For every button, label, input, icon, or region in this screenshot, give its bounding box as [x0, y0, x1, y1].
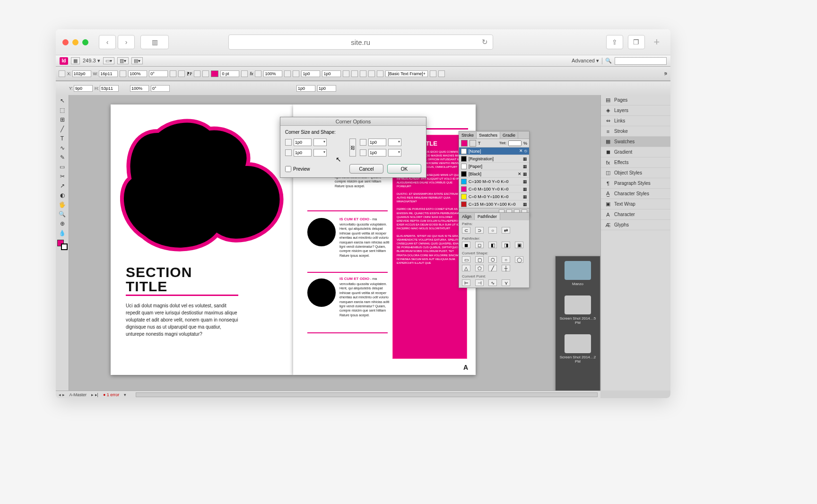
master-page-label[interactable]: A-Master: [70, 392, 87, 397]
traffic-lights[interactable]: [62, 39, 88, 45]
tool-✂[interactable]: ✂: [57, 172, 68, 181]
flip-h-icon[interactable]: [170, 70, 176, 77]
gap-1[interactable]: [301, 70, 320, 77]
x-field[interactable]: [72, 70, 91, 77]
panel-text-wrap[interactable]: ▣Text Wrap: [601, 199, 670, 209]
zoom-readout[interactable]: 249.3 ▾: [83, 58, 100, 64]
screen-mode-dd[interactable]: ▥▾: [117, 57, 129, 64]
swatch-tab-gradie[interactable]: Gradie: [500, 132, 518, 139]
panel-layers[interactable]: ◈Layers: [601, 105, 670, 116]
tool-⊕[interactable]: ⊕: [57, 219, 68, 228]
text-proxy-icon[interactable]: T: [478, 141, 481, 146]
align-r-icon[interactable]: [368, 70, 375, 77]
cancel-button[interactable]: Cancel: [349, 164, 383, 174]
flip-v-icon[interactable]: [178, 70, 185, 77]
tool-╱[interactable]: ╱: [57, 124, 68, 134]
corner-tr-input[interactable]: [368, 139, 386, 146]
corner-options-icon[interactable]: [430, 70, 436, 77]
add-icon[interactable]: ◼: [462, 242, 470, 248]
panel-pages[interactable]: ▤Pages: [601, 95, 670, 105]
distribute-icon[interactable]: [377, 70, 383, 77]
panel-character-styles[interactable]: A̲Character Styles: [601, 189, 670, 199]
tool-▭[interactable]: ▭: [57, 162, 68, 172]
panel-glyphs[interactable]: ÆGlyphs: [601, 220, 670, 230]
view-mode-dd[interactable]: ▭▾: [103, 57, 114, 64]
back-button[interactable]: ‹: [99, 35, 116, 49]
tool-⊞[interactable]: ⊞: [57, 115, 68, 124]
close-path-icon[interactable]: ○: [488, 227, 497, 234]
address-bar[interactable]: site.ru ↻: [228, 35, 493, 50]
swatch-row[interactable]: C=100 M=0 Y=0 K=0▦: [459, 178, 529, 185]
help-search[interactable]: [615, 57, 667, 65]
corner-br-input[interactable]: [368, 149, 386, 156]
corner-tl-shape-dd[interactable]: [313, 139, 327, 146]
corner-tl-input[interactable]: [294, 139, 312, 146]
scale-x[interactable]: [128, 70, 147, 77]
fill-proxy-icon[interactable]: [461, 140, 468, 147]
pf-tab-align[interactable]: Align: [459, 213, 475, 220]
polygon-icon[interactable]: ⬠: [475, 265, 484, 271]
corner-point-icon[interactable]: ⊣: [475, 279, 484, 286]
swatches-panel[interactable]: StrokeSwatchesGradie T Tint: % [None]✕ ⦸…: [459, 131, 530, 216]
tool-T[interactable]: T: [57, 134, 68, 143]
tool-↗[interactable]: ↗: [57, 181, 68, 191]
constrain-icon[interactable]: [120, 70, 126, 77]
workspace-dd[interactable]: Advanced ▾: [572, 58, 599, 64]
fill-swatch[interactable]: [211, 70, 218, 77]
panel-menu-icon[interactable]: ⚞: [664, 71, 668, 76]
swatch-row[interactable]: [None]✕ ⦸: [459, 148, 529, 155]
opacity-field[interactable]: [263, 70, 282, 77]
reload-icon[interactable]: ↻: [482, 38, 488, 46]
swatch-tab-swatches[interactable]: Swatches: [477, 132, 500, 139]
tint-input[interactable]: [508, 140, 521, 146]
swatch-row[interactable]: C=15 M=100 Y=100 K=0▦: [459, 200, 529, 208]
pathfinder-panel[interactable]: AlignPathfinder Paths: ⊂⊃○⇄ Pathfinder: …: [459, 212, 530, 288]
shear-field[interactable]: [151, 85, 170, 92]
link-corners-toggle[interactable]: ⛓: [349, 139, 356, 156]
align-c-icon[interactable]: [360, 70, 366, 77]
open-path-icon[interactable]: ⊃: [475, 227, 484, 234]
ellipse2-icon[interactable]: ◯: [515, 256, 523, 263]
finder-item[interactable]: Screen Shot 2014…5 PM: [556, 291, 600, 330]
object-proxy-icon[interactable]: [469, 140, 476, 147]
tool-💧[interactable]: 💧: [57, 228, 68, 238]
tool-⬚[interactable]: ⬚: [57, 105, 68, 115]
corner-br-shape-dd[interactable]: [388, 149, 401, 156]
w-field[interactable]: [99, 70, 118, 77]
horizontal-scrollbar[interactable]: [136, 392, 598, 397]
pf-tab-pathfinder[interactable]: Pathfinder: [475, 213, 500, 220]
scale-y[interactable]: [130, 85, 149, 92]
drop-shadow-icon[interactable]: [255, 70, 261, 77]
ref-point[interactable]: [59, 70, 65, 77]
gap-4[interactable]: [317, 85, 336, 92]
panel-object-styles[interactable]: ◫Object Styles: [601, 168, 670, 178]
subtract-icon[interactable]: ◻: [475, 242, 484, 248]
bridge-icon[interactable]: ▦: [71, 57, 80, 64]
minus-back-icon[interactable]: ▣: [515, 242, 523, 248]
swatch-row[interactable]: C=0 M=0 Y=100 K=0▦: [459, 193, 529, 200]
reverse-path-icon[interactable]: ⇄: [502, 227, 510, 234]
p-icon[interactable]: ⁋P: [187, 71, 192, 76]
swatch-row[interactable]: C=0 M=100 Y=0 K=0▦: [459, 185, 529, 193]
blob-shape[interactable]: [120, 117, 290, 259]
preflight-errors[interactable]: 1 error: [103, 392, 119, 397]
fx-button[interactable]: fx: [250, 71, 253, 76]
share-button[interactable]: ⇪: [606, 35, 623, 49]
tool-∿[interactable]: ∿: [57, 143, 68, 153]
corner-bl-input[interactable]: [294, 149, 312, 156]
tool-◐[interactable]: ◐: [57, 191, 68, 200]
gap-3[interactable]: [296, 85, 315, 92]
corner-bl-shape-dd[interactable]: [313, 149, 327, 156]
exclude-icon[interactable]: ◨: [502, 242, 510, 248]
sidebar-toggle[interactable]: ▥: [140, 35, 169, 49]
page-nav-next[interactable]: ▸ ▸|: [91, 392, 98, 397]
gap-2[interactable]: [322, 70, 341, 77]
tool-🔍[interactable]: 🔍: [57, 209, 68, 219]
h-field[interactable]: [100, 85, 119, 92]
text-wrap-1-icon[interactable]: [284, 70, 291, 77]
plain-point-icon[interactable]: ⊢: [462, 279, 470, 286]
stroke-style-dd[interactable]: [241, 70, 248, 77]
swatch-row[interactable]: [Registration]▦: [459, 155, 529, 163]
panel-character[interactable]: ACharacter: [601, 209, 670, 220]
join-path-icon[interactable]: ⊂: [462, 227, 470, 234]
